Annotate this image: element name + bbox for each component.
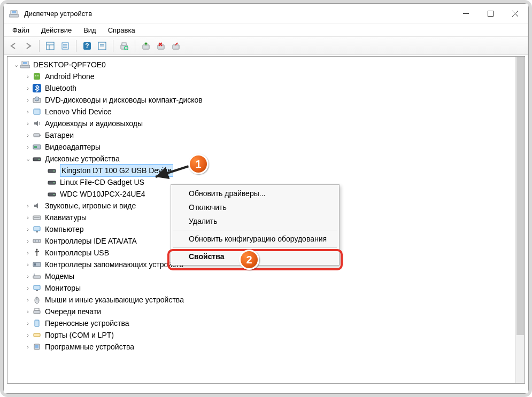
- menu-help[interactable]: Справка: [103, 25, 141, 35]
- expand-icon[interactable]: ›: [24, 329, 32, 341]
- keyboard-icon: [32, 213, 42, 222]
- disk-icon: [47, 166, 57, 175]
- menu-view[interactable]: Вид: [78, 25, 102, 35]
- svg-rect-60: [34, 263, 36, 266]
- expand-icon[interactable]: ›: [24, 82, 32, 94]
- expand-icon[interactable]: ›: [24, 341, 32, 353]
- monitor-icon: [32, 283, 42, 293]
- close-button[interactable]: [503, 4, 527, 24]
- tree-item-modems[interactable]: ›Модемы: [9, 270, 523, 282]
- svg-line-22: [128, 49, 129, 50]
- disk-icon: [47, 177, 57, 187]
- annotation-callout-1: 1: [188, 154, 209, 174]
- scrollbar[interactable]: [515, 57, 525, 383]
- device-manager-icon: [9, 10, 19, 18]
- window-title: Диспетчер устройств: [24, 10, 92, 18]
- tree-root-label: DESKTOP-QPF7OE0: [33, 59, 106, 71]
- expand-icon[interactable]: ›: [24, 129, 32, 141]
- monitor-icon: [32, 224, 42, 234]
- forward-button[interactable]: [22, 40, 35, 52]
- ctx-update-drivers[interactable]: Обновить драйверы...: [173, 186, 337, 200]
- menu-action[interactable]: Действие: [36, 25, 77, 35]
- tree-item-battery[interactable]: ›Батареи: [9, 129, 523, 141]
- expand-icon[interactable]: ›: [24, 212, 32, 223]
- expand-icon[interactable]: ›: [24, 118, 32, 129]
- uninstall-button[interactable]: [155, 40, 167, 52]
- menu-file[interactable]: Файл: [7, 25, 35, 35]
- svg-rect-31: [23, 62, 27, 64]
- collapse-icon[interactable]: ⌄: [24, 153, 32, 165]
- ctx-remove[interactable]: Удалить: [173, 214, 337, 228]
- svg-rect-68: [35, 308, 39, 310]
- tree-item-portable[interactable]: ›Переносные устройства: [9, 317, 523, 329]
- expand-icon[interactable]: ›: [24, 270, 32, 282]
- scrollbar-thumb[interactable]: [516, 57, 524, 335]
- svg-rect-40: [40, 135, 41, 136]
- expand-icon[interactable]: ›: [24, 294, 32, 306]
- device-icon: [32, 107, 42, 116]
- tree-item-mice[interactable]: ›Мыши и иные указывающие устройства: [9, 294, 523, 306]
- expand-icon[interactable]: ›: [24, 141, 32, 153]
- tree-item-print[interactable]: ›Очереди печати: [9, 306, 523, 317]
- svg-rect-7: [47, 42, 54, 50]
- expand-icon[interactable]: ›: [24, 259, 32, 270]
- toolbar: ?: [4, 37, 528, 55]
- svg-rect-69: [35, 320, 39, 326]
- expand-icon[interactable]: ›: [24, 106, 32, 118]
- tree-item-disks[interactable]: ⌄Дисковые устройства: [9, 153, 523, 165]
- expand-icon[interactable]: ›: [24, 247, 32, 259]
- tree-item-audio[interactable]: ›Аудиовходы и аудиовыходы: [9, 118, 523, 129]
- expand-icon[interactable]: ›: [24, 223, 32, 235]
- usb-icon: [32, 248, 42, 258]
- tree-item-bluetooth[interactable]: ›Bluetooth: [9, 82, 523, 94]
- back-button[interactable]: [7, 40, 20, 52]
- collapse-icon[interactable]: ⌄: [12, 59, 20, 71]
- show-hide-tree-button[interactable]: [44, 40, 57, 52]
- printer-icon: [32, 307, 42, 316]
- svg-rect-67: [34, 310, 40, 314]
- action-button[interactable]: [96, 40, 109, 52]
- expand-icon[interactable]: ›: [24, 71, 32, 82]
- tree-item-video[interactable]: ›Видеоадаптеры: [9, 141, 523, 153]
- tree-item-ports[interactable]: ›Порты (COM и LPT): [9, 329, 523, 341]
- tree-item-disk-kingston[interactable]: Kingston DT 100 G2 USB Device: [9, 165, 523, 176]
- update-driver-button[interactable]: [140, 40, 152, 52]
- tree-item-monitors[interactable]: ›Мониторы: [9, 282, 523, 294]
- ide-controller-icon: [32, 236, 42, 246]
- expand-icon[interactable]: ›: [24, 200, 32, 212]
- expand-icon[interactable]: ›: [24, 282, 32, 294]
- expand-icon[interactable]: ›: [24, 235, 32, 247]
- titlebar: Диспетчер устройств: [4, 4, 528, 24]
- expand-icon[interactable]: ›: [24, 317, 32, 329]
- android-icon: [32, 72, 42, 81]
- tree-root[interactable]: ⌄ DESKTOP-QPF7OE0: [9, 59, 523, 71]
- tree-item-lenovo[interactable]: ›Lenovo Vhid Device: [9, 106, 523, 118]
- tree-item-software[interactable]: ›Программные устройства: [9, 341, 523, 353]
- battery-icon: [32, 130, 42, 140]
- tree-item-android[interactable]: ›Android Phone: [9, 71, 523, 82]
- portable-device-icon: [32, 318, 42, 328]
- svg-rect-38: [34, 109, 40, 114]
- help-button[interactable]: ?: [81, 40, 94, 52]
- ctx-scan-hardware[interactable]: Обновить конфигурацию оборудования: [173, 232, 337, 246]
- tree-item-dvd[interactable]: ›DVD-дисководы и дисководы компакт-диско…: [9, 94, 523, 106]
- svg-rect-63: [34, 285, 40, 290]
- svg-point-44: [38, 159, 40, 160]
- minimize-button[interactable]: [453, 4, 478, 24]
- dvd-icon: [32, 95, 42, 105]
- properties-button[interactable]: [59, 40, 72, 52]
- svg-rect-64: [36, 290, 38, 291]
- scan-hardware-button[interactable]: [118, 40, 130, 52]
- ports-icon: [32, 330, 42, 340]
- svg-rect-4: [488, 11, 493, 17]
- svg-rect-20: [122, 43, 126, 45]
- svg-point-48: [53, 182, 55, 183]
- expand-icon[interactable]: ›: [24, 94, 32, 106]
- expand-icon[interactable]: ›: [24, 306, 32, 317]
- disable-button[interactable]: [169, 40, 182, 52]
- ctx-disable[interactable]: Отключить: [173, 200, 337, 214]
- maximize-button[interactable]: [478, 4, 503, 24]
- modem-icon: [32, 271, 42, 281]
- svg-text:?: ?: [85, 42, 89, 50]
- annotation-callout-2: 2: [239, 250, 259, 270]
